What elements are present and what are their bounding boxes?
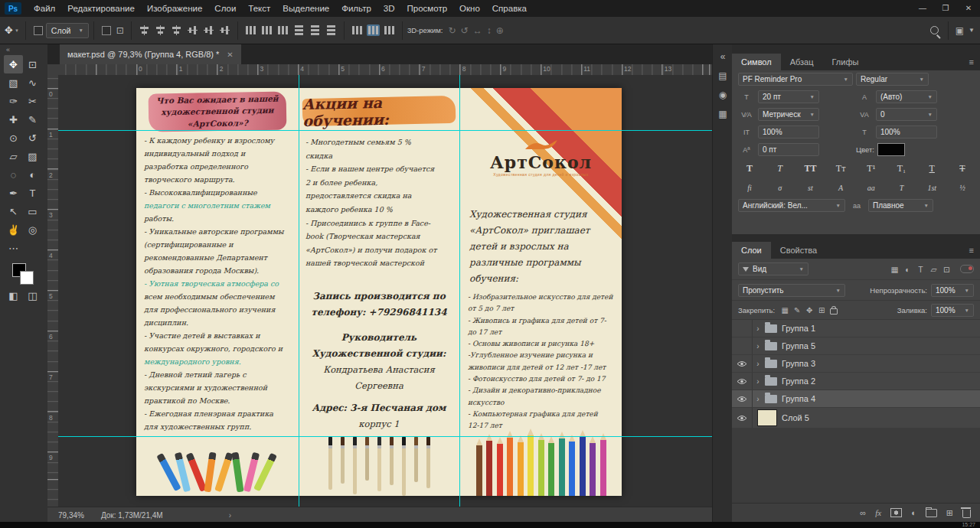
guide-horizontal-2[interactable] xyxy=(58,436,712,437)
group-expand-icon[interactable]: › xyxy=(753,324,763,333)
background-color-swatch[interactable] xyxy=(20,271,34,285)
canvas[interactable]: Что Вас ожидает в нашейхудожественной ст… xyxy=(136,88,622,496)
new-layer-icon[interactable]: ⊞ xyxy=(946,508,953,518)
auto-select-dropdown[interactable]: Слой▼ xyxy=(46,23,89,38)
adjustment-layer-icon[interactable]: ◐ xyxy=(911,508,916,517)
history-brush-tool[interactable]: ↺ xyxy=(23,129,42,147)
history-panel-icon[interactable]: ▤ xyxy=(716,69,730,83)
zoom-tool[interactable]: ◎ xyxy=(23,220,42,239)
align-center-v-icon[interactable] xyxy=(203,24,214,37)
clone-stamp-tool[interactable]: ⊙ xyxy=(4,129,23,147)
layer-row-3[interactable]: ›Группа 2 xyxy=(732,373,980,390)
horizontal-scale-field[interactable]: 100% xyxy=(876,125,937,139)
type-tool[interactable]: T xyxy=(23,184,42,202)
brush-tool[interactable]: ✎ xyxy=(23,110,42,129)
contextual-alternates-button[interactable]: σ xyxy=(770,181,790,194)
layer-row-5[interactable]: Слой 5 xyxy=(732,408,980,429)
swash-button[interactable]: A xyxy=(831,181,851,194)
menu-item-7[interactable]: 3D xyxy=(377,0,401,17)
delete-layer-icon[interactable] xyxy=(962,510,971,518)
text-color-swatch[interactable] xyxy=(877,143,905,156)
eye-icon[interactable] xyxy=(732,408,753,428)
hand-tool[interactable]: ✌ xyxy=(4,220,23,239)
distribute-left-icon[interactable] xyxy=(293,24,305,37)
menu-item-9[interactable]: Окно xyxy=(453,0,486,17)
search-icon[interactable] xyxy=(930,26,939,34)
ordinals-button[interactable]: 1st xyxy=(922,181,942,194)
chevron-down-icon[interactable]: ▼ xyxy=(969,27,975,34)
slide-3d-icon[interactable]: ↕ xyxy=(487,25,492,36)
collapse-panels-icon[interactable]: « xyxy=(716,50,730,64)
lock-artboard-icon[interactable]: ⊞ xyxy=(815,304,828,316)
layer-thumbnail[interactable] xyxy=(757,409,777,426)
libraries-panel-icon[interactable]: ▦ xyxy=(716,107,730,121)
shape-filter-icon[interactable]: ▱ xyxy=(927,263,940,275)
tab-character-2[interactable]: Глифы xyxy=(823,54,868,70)
gradient-tool[interactable]: ▨ xyxy=(23,147,42,165)
lock-pixels-icon[interactable]: ✎ xyxy=(791,304,803,316)
discretionary-ligatures-button[interactable]: st xyxy=(800,181,820,194)
eraser-tool[interactable]: ▱ xyxy=(4,147,23,165)
minimize-icon[interactable]: — xyxy=(911,0,934,17)
menu-item-1[interactable]: Редактирование xyxy=(61,0,141,17)
filter-toggle-icon[interactable] xyxy=(960,265,974,273)
tracking-dropdown[interactable]: 0▼ xyxy=(876,108,937,121)
distribute-center-h-icon[interactable] xyxy=(309,24,321,37)
distribute-bottom-icon[interactable] xyxy=(276,24,289,36)
antialias-dropdown[interactable]: Плавное▼ xyxy=(868,199,933,212)
pan-3d-icon[interactable]: ↔ xyxy=(473,25,482,36)
pixel-filter-icon[interactable]: ▦ xyxy=(888,263,901,275)
superscript-button[interactable]: T¹ xyxy=(861,161,881,176)
small-caps-button[interactable]: Tт xyxy=(831,161,851,176)
tab-close-icon[interactable]: ✕ xyxy=(227,51,233,59)
zoom-level[interactable]: 79,34% xyxy=(58,511,84,520)
align-right-icon[interactable] xyxy=(170,24,183,36)
menu-item-4[interactable]: Текст xyxy=(242,0,276,17)
font-style-dropdown[interactable]: Regular▼ xyxy=(856,73,929,86)
menu-item-10[interactable]: Справка xyxy=(486,0,533,17)
current-tool-icon[interactable]: ✥▼ xyxy=(5,24,19,36)
eye-icon[interactable] xyxy=(732,390,753,407)
baseline-shift-field[interactable]: 0 пт xyxy=(758,143,819,156)
move-tool[interactable]: ✥ xyxy=(4,55,23,73)
workspace-icon[interactable]: ▣ xyxy=(956,25,964,36)
layer-effects-icon[interactable]: fx xyxy=(875,508,881,517)
fractions-button[interactable]: ½ xyxy=(952,181,972,194)
lock-transparency-icon[interactable]: ▦ xyxy=(779,304,791,316)
align-center-h-icon[interactable] xyxy=(154,24,167,36)
faux-italic-button[interactable]: T xyxy=(770,161,790,176)
align-top-icon[interactable] xyxy=(187,24,198,37)
color-panel-icon[interactable]: ◉ xyxy=(716,88,730,102)
guide-vertical-1[interactable] xyxy=(299,75,299,507)
show-transform-checkbox[interactable] xyxy=(102,26,111,35)
eye-icon-hidden[interactable] xyxy=(732,337,753,354)
all-caps-button[interactable]: TT xyxy=(800,161,820,176)
vertical-scale-field[interactable]: 100% xyxy=(758,125,819,139)
stylistic-alternates-button[interactable]: aa xyxy=(861,181,881,194)
type-filter-icon[interactable]: T xyxy=(914,263,927,275)
group-expand-icon[interactable]: › xyxy=(753,342,763,350)
guide-horizontal-1[interactable] xyxy=(58,130,712,131)
menu-item-8[interactable]: Просмотр xyxy=(401,0,454,17)
language-dropdown[interactable]: Английский: Вел...▼ xyxy=(738,199,845,212)
document-tab[interactable]: макет.psd @ 79,3% (Группа 4, RGB/8) * ✕ xyxy=(60,44,241,64)
menu-item-0[interactable]: Файл xyxy=(28,0,61,17)
canvas-viewport[interactable]: Что Вас ожидает в нашейхудожественной ст… xyxy=(58,75,712,507)
link-layers-icon[interactable]: ∞ xyxy=(860,508,866,517)
guide-vertical-2[interactable] xyxy=(459,75,460,507)
artboard-tool[interactable]: ⊡ xyxy=(23,55,42,73)
align-bottom-icon[interactable] xyxy=(219,24,230,37)
lock-position-icon[interactable]: ✥ xyxy=(803,304,815,316)
lasso-tool[interactable]: ∿ xyxy=(23,73,42,92)
screen-mode-button[interactable]: ◫ xyxy=(23,286,42,305)
blur-tool[interactable]: ◌ xyxy=(4,165,23,184)
align-left-icon[interactable] xyxy=(138,24,151,36)
adjustment-filter-icon[interactable]: ◐ xyxy=(901,263,914,275)
auto-select-checkbox[interactable] xyxy=(34,26,43,35)
opacity-dropdown[interactable]: 100%▼ xyxy=(931,284,974,297)
layer-row-2[interactable]: ›Группа 3 xyxy=(732,355,980,373)
lock-all-icon[interactable] xyxy=(828,304,840,316)
path-selection-tool[interactable]: ↖ xyxy=(4,202,23,220)
fill-dropdown[interactable]: 100%▼ xyxy=(931,304,974,317)
more-tools[interactable]: ⋯ xyxy=(4,239,23,257)
